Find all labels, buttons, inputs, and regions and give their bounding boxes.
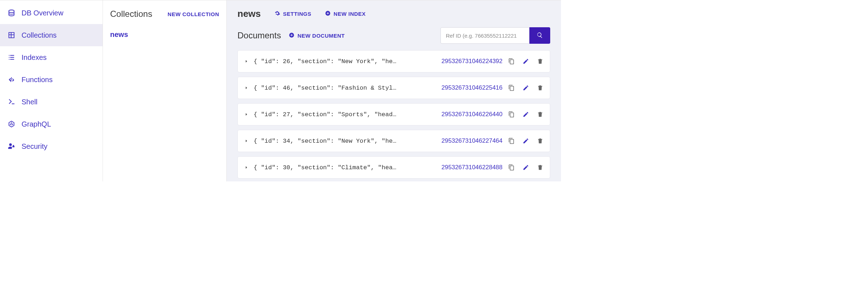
trash-icon[interactable] xyxy=(537,164,543,171)
sidebar: DB Overview Collections Indexes Function… xyxy=(0,0,103,181)
document-preview: { "id": 26, "section": "New York", "head… xyxy=(254,58,397,65)
document-ref-link[interactable]: 295326731046227464 xyxy=(442,137,503,144)
main-header: news SETTINGS NEW INDEX xyxy=(237,8,550,19)
document-row: { "id": 30, "section": "Climate", "headl… xyxy=(237,156,550,179)
sidebar-item-db-overview[interactable]: DB Overview xyxy=(0,2,103,24)
database-icon xyxy=(6,8,16,18)
new-collection-button[interactable]: NEW COLLECTION xyxy=(168,11,219,17)
edit-icon[interactable] xyxy=(523,58,529,65)
sidebar-item-label: Shell xyxy=(22,98,37,106)
trash-icon[interactable] xyxy=(537,85,543,91)
sidebar-item-label: Collections xyxy=(22,31,57,39)
document-actions xyxy=(508,164,543,171)
sidebar-item-label: DB Overview xyxy=(22,9,63,17)
sidebar-item-label: Indexes xyxy=(22,53,47,62)
sidebar-item-functions[interactable]: Functions xyxy=(0,68,103,91)
plus-circle-icon xyxy=(289,32,294,39)
list-icon xyxy=(6,52,16,62)
documents-header-left: Documents NEW DOCUMENT xyxy=(237,30,345,41)
document-preview: { "id": 27, "section": "Sports", "headli… xyxy=(254,111,397,118)
new-index-label: NEW INDEX xyxy=(334,11,366,17)
expand-toggle[interactable] xyxy=(244,86,249,90)
document-ref-link[interactable]: 295326731046224392 xyxy=(442,58,503,65)
sidebar-item-label: Functions xyxy=(22,76,53,84)
edit-icon[interactable] xyxy=(523,111,529,118)
expand-toggle[interactable] xyxy=(244,165,249,170)
sidebar-item-collections[interactable]: Collections xyxy=(0,24,103,46)
search-button[interactable] xyxy=(529,27,550,44)
grid-icon xyxy=(6,30,16,40)
edit-icon[interactable] xyxy=(523,85,529,91)
document-ref-link[interactable]: 295326731046228488 xyxy=(442,164,503,171)
gear-icon xyxy=(274,10,280,17)
sidebar-item-security[interactable]: Security xyxy=(0,135,103,157)
search-icon xyxy=(537,32,543,39)
copy-icon[interactable] xyxy=(508,138,515,144)
collections-panel-title: Collections xyxy=(110,9,152,19)
graphql-icon xyxy=(6,119,16,129)
plus-circle-icon xyxy=(325,10,331,17)
copy-icon[interactable] xyxy=(508,164,515,171)
document-row: { "id": 27, "section": "Sports", "headli… xyxy=(237,103,550,125)
trash-icon[interactable] xyxy=(537,58,543,65)
sidebar-item-label: GraphQL xyxy=(22,120,51,128)
document-preview: { "id": 30, "section": "Climate", "headl… xyxy=(254,164,397,171)
document-actions xyxy=(508,138,543,144)
document-actions xyxy=(508,85,543,91)
security-icon xyxy=(6,141,16,151)
document-actions xyxy=(508,111,543,118)
expand-toggle[interactable] xyxy=(244,139,249,143)
document-row: { "id": 34, "section": "New York", "head… xyxy=(237,130,550,152)
documents-header-row: Documents NEW DOCUMENT xyxy=(237,27,550,44)
search-group xyxy=(440,27,550,44)
ref-id-search-input[interactable] xyxy=(440,27,529,44)
sidebar-item-indexes[interactable]: Indexes xyxy=(0,46,103,68)
document-row: { "id": 26, "section": "New York", "head… xyxy=(237,50,550,72)
trash-icon[interactable] xyxy=(537,138,543,144)
new-document-button[interactable]: NEW DOCUMENT xyxy=(289,32,345,39)
copy-icon[interactable] xyxy=(508,85,515,91)
expand-toggle[interactable] xyxy=(244,59,249,63)
collections-panel: Collections NEW COLLECTION news xyxy=(103,0,227,181)
collections-panel-header: Collections NEW COLLECTION xyxy=(110,9,219,19)
sidebar-item-shell[interactable]: Shell xyxy=(0,91,103,113)
documents-title: Documents xyxy=(237,30,281,41)
trash-icon[interactable] xyxy=(537,111,543,118)
new-document-label: NEW DOCUMENT xyxy=(297,33,345,39)
new-index-button[interactable]: NEW INDEX xyxy=(325,10,366,17)
document-actions xyxy=(508,58,543,65)
edit-icon[interactable] xyxy=(523,138,529,144)
document-ref-link[interactable]: 295326731046226440 xyxy=(442,111,503,118)
sidebar-item-graphql[interactable]: GraphQL xyxy=(0,113,103,135)
document-preview: { "id": 46, "section": "Fashion & Style"… xyxy=(254,85,397,91)
expand-toggle[interactable] xyxy=(244,112,249,117)
collection-title: news xyxy=(237,8,261,19)
shell-icon xyxy=(6,97,16,107)
document-ref-link[interactable]: 295326731046225416 xyxy=(442,84,503,91)
sidebar-item-label: Security xyxy=(22,142,47,151)
code-icon xyxy=(6,75,16,85)
document-row: { "id": 46, "section": "Fashion & Style"… xyxy=(237,77,550,99)
copy-icon[interactable] xyxy=(508,111,515,118)
main-panel: news SETTINGS NEW INDEX Documents NEW DO… xyxy=(227,0,561,181)
copy-icon[interactable] xyxy=(508,58,515,65)
document-preview: { "id": 34, "section": "New York", "head… xyxy=(254,138,397,144)
settings-button[interactable]: SETTINGS xyxy=(274,10,311,17)
edit-icon[interactable] xyxy=(523,164,529,171)
collection-item-news[interactable]: news xyxy=(110,28,219,42)
settings-label: SETTINGS xyxy=(283,11,311,17)
